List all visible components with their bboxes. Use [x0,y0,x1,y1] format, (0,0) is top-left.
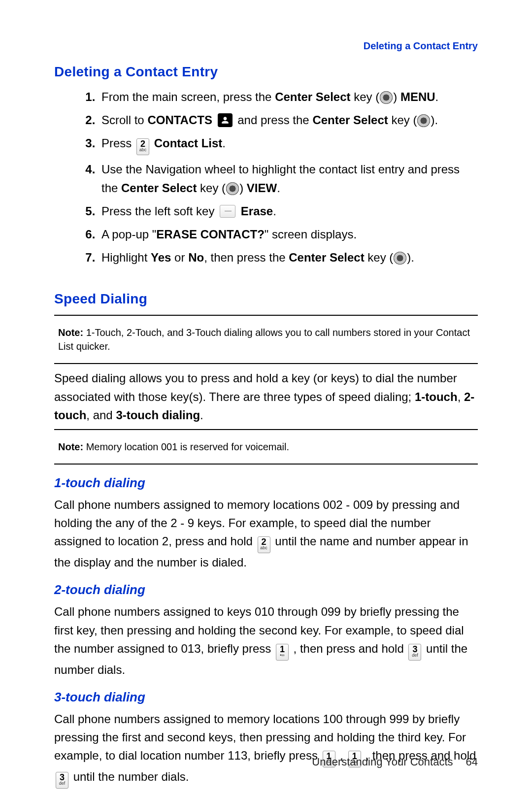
text-bold: Contact List [154,136,223,150]
divider [54,464,478,465]
text-bold: ERASE CONTACT? [156,228,265,241]
note-text: Memory location 001 is reserved for voic… [83,441,289,452]
step-6: A pop-up "ERASE CONTACT?" screen display… [99,225,478,243]
text: " screen displays. [265,228,357,241]
text: ). [407,251,414,264]
step-3: Press 2abc Contact List. [99,134,478,155]
text-bold: No [188,251,204,264]
center-select-icon [226,182,239,195]
one-touch-paragraph: Call phone numbers assigned to memory lo… [54,496,478,572]
text-bold: Center Select [121,181,197,195]
footer-chapter: Understanding Your Contacts [312,756,453,768]
center-select-icon [380,91,393,104]
text: . [273,204,276,218]
text: ) [239,181,247,195]
footer-page-number: 64 [466,756,478,768]
key-1-icon: 1•∞ [276,644,289,661]
text: , then press the [204,251,289,264]
text-bold: MENU [400,90,435,103]
text: , and [86,408,116,422]
text-bold: Center Select [289,251,364,264]
running-header: Deleting a Contact Entry [364,40,478,52]
key-2-icon: 2abc [258,536,270,553]
text: and press the [237,113,312,127]
heading-1-touch: 1-touch dialing [54,475,478,491]
page: Deleting a Contact Entry Deleting a Cont… [0,0,532,798]
key-sub: •∞ [277,653,287,658]
text-bold: VIEW [247,181,277,195]
note-label: Note: [58,441,83,452]
text-bold: Yes [151,251,171,264]
text: Highlight [101,251,151,264]
text-bold: 3-touch dialing [116,408,200,422]
key-3-icon: 3def [56,772,68,789]
note-label: Note: [58,327,83,338]
contacts-icon [218,113,233,127]
text: Press [101,136,135,150]
heading-speed-dialing: Speed Dialing [54,291,478,307]
text: ). [431,113,438,127]
step-4: Use the Navigation wheel to highlight th… [99,160,478,197]
text: Press the left soft key [101,204,218,218]
text-bold: Erase [241,204,273,218]
center-select-icon [394,252,406,265]
soft-key-icon [220,205,235,218]
note-2: Note: Memory location 001 is reserved fo… [54,436,478,458]
heading-3-touch: 3-touch dialing [54,690,478,705]
text: From the main screen, press the [101,90,275,103]
step-1: From the main screen, press the Center S… [99,88,478,106]
text: . [200,408,203,422]
divider [54,429,478,430]
text: key ( [351,90,380,103]
key-3-icon: 3def [408,644,421,661]
text: . [435,90,439,103]
text: key ( [388,113,417,127]
text: , then press and hold [294,642,407,655]
text: Scroll to [101,113,147,127]
text: A pop-up " [101,228,156,241]
heading-deleting: Deleting a Contact Entry [54,64,478,80]
key-sub: def [410,653,420,658]
text-bold: Center Select [312,113,388,127]
step-2: Scroll to CONTACTS and press the Center … [99,111,478,129]
two-touch-paragraph: Call phone numbers assigned to keys 010 … [54,602,478,679]
text-bold: CONTACTS [147,113,212,127]
note-1: Note: 1-Touch, 2-Touch, and 3-Touch dial… [54,322,478,357]
text: key ( [197,181,226,195]
deleting-steps-list: From the main screen, press the Center S… [69,88,478,266]
three-touch-paragraph: Call phone numbers assigned to memory lo… [54,710,478,789]
text: . [277,181,280,195]
text: Speed dialing allows you to press and ho… [54,371,457,403]
key-sub: def [57,781,67,786]
text: until the number dials. [73,770,189,783]
key-sub: abc [138,148,148,152]
text: key ( [365,251,394,264]
note-text: 1-Touch, 2-Touch, and 3-Touch dialing al… [58,327,470,352]
text: , [458,390,464,403]
text: . [222,136,226,150]
text: or [171,251,188,264]
text-bold: Center Select [275,90,350,103]
step-7: Highlight Yes or No, then press the Cent… [99,248,478,266]
center-select-icon [417,114,430,127]
divider [54,315,478,316]
heading-2-touch: 2-touch dialing [54,582,478,598]
text-bold: 1-touch [415,390,458,403]
text: ) [393,90,400,103]
key-2-icon: 2abc [136,138,149,155]
speed-intro-paragraph: Speed dialing allows you to press and ho… [54,369,478,424]
key-sub: abc [259,546,269,550]
divider [54,363,478,364]
step-5: Press the left soft key Erase. [99,202,478,220]
page-footer: Understanding Your Contacts64 [312,756,478,768]
